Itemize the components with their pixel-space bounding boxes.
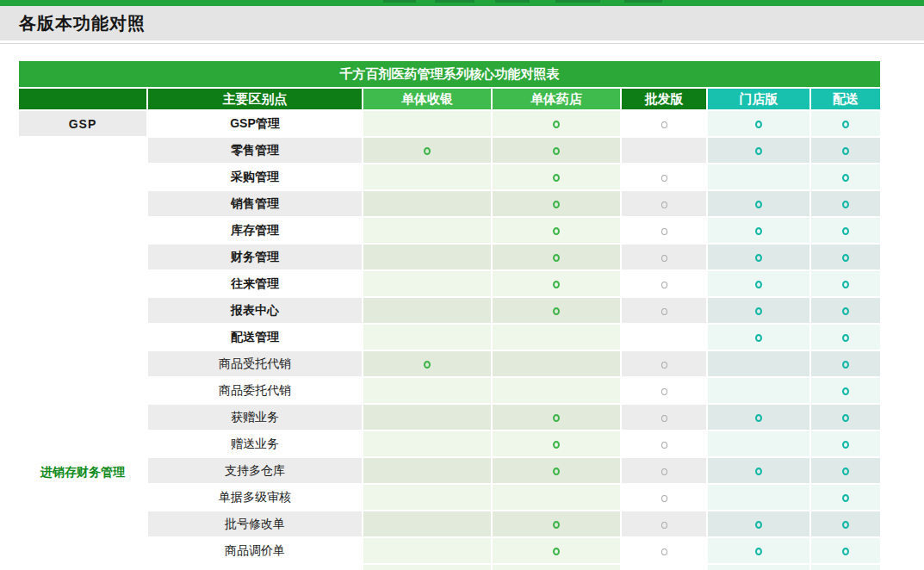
mark-cell (810, 270, 881, 297)
mark-cell (363, 324, 492, 350)
divider-line (0, 43, 924, 44)
mark-cell (363, 431, 492, 457)
mark-cell (363, 350, 492, 377)
mark-cell (707, 297, 810, 324)
support-dot-gray (661, 548, 667, 555)
mark-cell (363, 537, 492, 564)
table-row: 采购管理 (18, 164, 881, 190)
truncated-text-remnant (435, 0, 474, 3)
support-dot-teal (842, 548, 849, 555)
support-dot-gray (661, 201, 667, 208)
mark-cell (363, 404, 492, 431)
support-dot-teal (842, 201, 849, 208)
support-dot-teal (842, 174, 849, 182)
header-spacer-cell (18, 88, 147, 110)
mark-cell (621, 244, 707, 270)
support-dot-green (553, 174, 560, 182)
support-dot-teal (842, 281, 849, 288)
mark-cell (621, 350, 707, 377)
mark-cell (363, 164, 492, 190)
mark-cell (621, 537, 707, 564)
mark-cell (363, 377, 492, 404)
support-dot-gray (661, 388, 667, 395)
mark-cell (492, 564, 621, 570)
support-dot-green (553, 121, 560, 128)
support-dot-teal (755, 521, 762, 529)
support-dot-teal (842, 121, 849, 128)
feature-name: 零售管理 (147, 137, 363, 164)
mark-cell (810, 431, 881, 457)
mark-cell (707, 190, 810, 217)
mark-cell (492, 110, 621, 137)
mark-cell (707, 377, 810, 404)
support-dot-gray (661, 442, 667, 449)
mark-cell (363, 297, 492, 324)
feature-name: 支持多仓库 (147, 457, 363, 484)
truncated-text-remnant (495, 0, 530, 3)
support-dot-teal (842, 254, 849, 262)
mark-cell (707, 137, 810, 164)
feature-name: 往来管理 (147, 270, 363, 297)
mark-cell (810, 137, 881, 164)
mark-cell (621, 217, 707, 244)
mark-cell (621, 377, 707, 404)
group-label-inventory-finance: 进销存财务管理 (19, 465, 146, 480)
banner-row: 千方百剂医药管理系列核心功能对照表 (18, 60, 881, 88)
mark-cell (492, 431, 621, 457)
support-dot-teal (755, 281, 762, 288)
table-row: 批号修改单 (18, 511, 881, 537)
support-dot-teal (755, 121, 762, 128)
mark-cell (492, 350, 621, 377)
mark-cell (363, 244, 492, 270)
mark-cell (492, 537, 621, 564)
support-dot-teal (842, 468, 849, 475)
mark-cell (707, 431, 810, 457)
page: { "colors": { "topBar": "#22A53C", "titl… (0, 0, 924, 570)
feature-name (147, 564, 363, 570)
feature-name: 批号修改单 (147, 511, 363, 537)
support-dot-green (553, 201, 560, 208)
mark-cell (492, 164, 621, 190)
support-dot-green (553, 307, 560, 315)
support-dot-teal (755, 201, 762, 208)
table-row: 支持多仓库 (18, 457, 881, 484)
support-dot-gray (661, 415, 667, 422)
support-dot-gray (661, 121, 667, 128)
mark-cell (810, 297, 881, 324)
support-dot-teal (755, 468, 762, 475)
support-dot-gray (661, 282, 667, 288)
mark-cell (707, 244, 810, 270)
column-header-delivery: 配送 (810, 88, 881, 110)
mark-cell (621, 484, 707, 511)
support-dot-teal (842, 387, 849, 395)
support-dot-gray (661, 522, 667, 529)
header-row: 主要区别点 单体收银 单体药店 批发版 门店版 配送 (18, 88, 881, 110)
table-banner-title: 千方百剂医药管理系列核心功能对照表 (18, 60, 881, 88)
support-dot-gray (661, 362, 667, 369)
mark-cell (621, 164, 707, 190)
feature-name: 获赠业务 (147, 404, 363, 431)
feature-name: 单据多级审核 (147, 484, 363, 511)
truncated-text-remnant (624, 0, 662, 3)
support-dot-teal (755, 307, 762, 315)
mark-cell (707, 404, 810, 431)
mark-cell (492, 297, 621, 324)
mark-cell (363, 217, 492, 244)
feature-name: GSP管理 (147, 110, 363, 137)
table-row-clipped (18, 564, 881, 570)
support-dot-gray (661, 228, 667, 235)
feature-name: 采购管理 (147, 164, 363, 190)
mark-cell (363, 137, 492, 164)
mark-cell (621, 110, 707, 137)
mark-cell (707, 164, 810, 190)
mark-cell (492, 244, 621, 270)
support-dot-gray (661, 175, 667, 182)
table-row: 往来管理 (18, 270, 881, 297)
table-row: 商品调价单 (18, 537, 881, 564)
mark-cell (363, 270, 492, 297)
mark-cell (810, 164, 881, 190)
page-title: 各版本功能对照 (19, 12, 146, 35)
mark-cell (810, 324, 881, 350)
mark-cell (492, 324, 621, 350)
table-row: 进销存财务管理零售管理 (18, 137, 881, 164)
